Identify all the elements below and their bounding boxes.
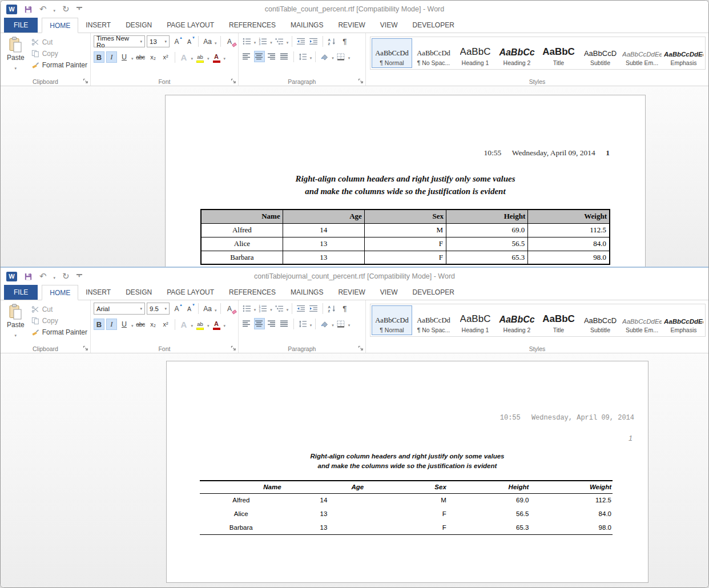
tab-view[interactable]: VIEW: [373, 285, 405, 300]
customize-qat-icon[interactable]: [76, 274, 82, 279]
style-title[interactable]: AaBbC Title: [538, 305, 579, 335]
subscript-button[interactable]: x₂: [148, 319, 159, 330]
tab-page-layout[interactable]: PAGE LAYOUT: [159, 285, 221, 300]
style-heading-2[interactable]: AaBbCc Heading 2: [497, 305, 537, 335]
strikethrough-button[interactable]: abc: [135, 319, 146, 330]
undo-dropdown-icon[interactable]: [54, 271, 56, 281]
align-left-button[interactable]: [241, 51, 252, 62]
font-size-combo[interactable]: 13: [147, 35, 170, 47]
align-right-button[interactable]: [267, 318, 277, 329]
multilevel-list-button[interactable]: [274, 303, 285, 314]
document-page[interactable]: 10:55 Wednesday, April 09, 2014 1 Right-…: [165, 95, 646, 267]
tab-references[interactable]: REFERENCES: [221, 285, 283, 300]
clipboard-dialog-launcher-icon[interactable]: [83, 345, 88, 351]
highlight-button[interactable]: ab: [195, 51, 206, 63]
highlight-dropdown-icon[interactable]: [207, 52, 210, 62]
line-spacing-dropdown-icon[interactable]: [310, 319, 312, 329]
underline-button[interactable]: U: [119, 51, 130, 63]
tab-developer[interactable]: DEVELOPER: [405, 18, 461, 33]
paragraph-dialog-launcher-icon[interactable]: [358, 345, 364, 351]
clipboard-dialog-launcher-icon[interactable]: [83, 78, 88, 84]
tab-mailings[interactable]: MAILINGS: [283, 18, 331, 33]
line-spacing-dropdown-icon[interactable]: [310, 51, 312, 62]
bullets-button[interactable]: [241, 303, 252, 314]
strikethrough-button[interactable]: abc: [135, 51, 146, 63]
increase-indent-button[interactable]: [308, 35, 319, 47]
shading-button[interactable]: [319, 51, 330, 62]
customize-qat-icon[interactable]: [76, 7, 82, 11]
save-icon[interactable]: [24, 5, 33, 14]
align-center-button[interactable]: [254, 318, 265, 329]
style-no-spacing[interactable]: AaBbCcDd ¶ No Spac...: [413, 305, 454, 335]
sort-button[interactable]: AZ: [327, 35, 337, 47]
font-dialog-launcher-icon[interactable]: [231, 78, 236, 84]
borders-dropdown-icon[interactable]: [348, 51, 351, 62]
change-case-dropdown-icon[interactable]: [215, 37, 217, 47]
tab-insert[interactable]: INSERT: [78, 285, 118, 300]
redo-button[interactable]: ↻: [62, 272, 70, 281]
document-page[interactable]: 10:55 Wednesday, April 09, 2014 1 Right-…: [166, 361, 648, 583]
font-color-dropdown-icon[interactable]: [224, 319, 226, 329]
paste-button[interactable]: Paste: [3, 35, 28, 76]
text-effects-button[interactable]: A: [179, 51, 190, 63]
grow-font-button[interactable]: A: [171, 303, 182, 315]
font-name-combo[interactable]: Times New Ro: [94, 35, 145, 47]
italic-button[interactable]: I: [106, 51, 117, 63]
show-paragraph-marks-button[interactable]: ¶: [339, 35, 350, 47]
tab-references[interactable]: REFERENCES: [221, 18, 283, 33]
cut-button[interactable]: Cut: [31, 38, 87, 46]
align-right-button[interactable]: [267, 51, 277, 62]
font-dialog-launcher-icon[interactable]: [231, 345, 236, 351]
style-normal[interactable]: AaBbCcDd ¶ Normal: [372, 305, 412, 335]
style-heading-2[interactable]: AaBbCc Heading 2: [497, 38, 537, 68]
undo-button[interactable]: ↶: [39, 5, 47, 14]
style-emphasis[interactable]: AaBbCcDdEe Emphasis: [663, 38, 704, 68]
style-subtle-emphasis[interactable]: AaBbCcDdEe Subtle Em...: [622, 38, 662, 68]
superscript-button[interactable]: x²: [160, 319, 171, 330]
tab-developer[interactable]: DEVELOPER: [405, 285, 461, 300]
multilevel-list-button[interactable]: [274, 35, 285, 47]
redo-button[interactable]: ↻: [62, 5, 70, 14]
tab-home[interactable]: HOME: [42, 18, 78, 33]
justify-button[interactable]: [279, 51, 290, 62]
align-center-button[interactable]: [254, 51, 265, 62]
italic-button[interactable]: I: [106, 319, 117, 330]
copy-button[interactable]: Copy: [31, 50, 87, 58]
grow-font-button[interactable]: A: [171, 36, 182, 47]
text-effects-dropdown-icon[interactable]: [191, 319, 194, 329]
style-subtle-emphasis[interactable]: AaBbCcDdEe Subtle Em...: [622, 305, 662, 335]
numbering-dropdown-icon[interactable]: [270, 36, 272, 46]
change-case-button[interactable]: Aa: [202, 36, 213, 47]
tab-page-layout[interactable]: PAGE LAYOUT: [159, 18, 221, 33]
underline-button[interactable]: U: [119, 319, 130, 330]
paragraph-dialog-launcher-icon[interactable]: [358, 78, 364, 84]
numbering-dropdown-icon[interactable]: [270, 303, 272, 313]
text-effects-button[interactable]: A: [179, 319, 190, 330]
show-paragraph-marks-button[interactable]: ¶: [339, 303, 350, 314]
tab-mailings[interactable]: MAILINGS: [283, 285, 331, 300]
tab-home[interactable]: HOME: [42, 285, 78, 300]
subscript-button[interactable]: x₂: [148, 51, 159, 63]
superscript-button[interactable]: x²: [160, 51, 171, 63]
decrease-indent-button[interactable]: [296, 303, 307, 314]
style-subtitle[interactable]: AaBbCcD Subtitle: [580, 38, 621, 68]
line-spacing-button[interactable]: [297, 51, 308, 62]
numbering-button[interactable]: 123: [257, 35, 268, 47]
paste-dropdown-icon[interactable]: [15, 329, 17, 339]
tab-view[interactable]: VIEW: [373, 18, 405, 33]
bold-button[interactable]: B: [94, 51, 104, 63]
line-spacing-button[interactable]: [297, 318, 308, 329]
tab-insert[interactable]: INSERT: [78, 18, 118, 33]
shrink-font-button[interactable]: A: [184, 36, 195, 47]
style-normal[interactable]: AaBbCcDd ¶ Normal: [372, 38, 412, 68]
shading-dropdown-icon[interactable]: [332, 51, 334, 62]
font-name-combo[interactable]: Arial: [94, 303, 145, 315]
style-heading-1[interactable]: AaBbC Heading 1: [455, 38, 496, 68]
tab-file[interactable]: FILE: [4, 285, 38, 300]
tab-file[interactable]: FILE: [4, 18, 38, 33]
shrink-font-button[interactable]: A: [184, 303, 195, 315]
style-subtitle[interactable]: AaBbCcD Subtitle: [580, 305, 621, 335]
style-title[interactable]: AaBbC Title: [538, 38, 579, 68]
highlight-dropdown-icon[interactable]: [207, 319, 210, 329]
shading-button[interactable]: [319, 318, 330, 329]
